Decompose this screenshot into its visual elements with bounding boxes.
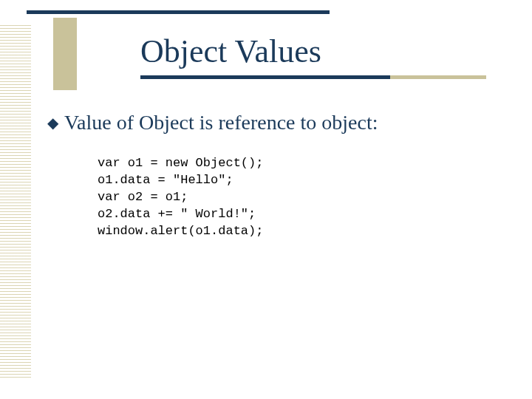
- code-line: var o2 = o1;: [98, 190, 188, 204]
- code-line: var o1 = new Object();: [98, 156, 263, 170]
- code-block: var o1 = new Object(); o1.data = "Hello"…: [98, 155, 263, 240]
- slide-title: Object Values: [140, 33, 321, 70]
- code-line: window.alert(o1.data);: [98, 224, 263, 238]
- vertical-accent-bar: [53, 18, 77, 90]
- slide: Object Values ◆ Value of Object is refer…: [0, 0, 532, 399]
- code-line: o1.data = "Hello";: [98, 173, 233, 187]
- code-line: o2.data += " World!";: [98, 207, 256, 221]
- top-horizontal-rule: [27, 10, 330, 14]
- left-stripe-decoration: [0, 25, 31, 380]
- title-underline: [140, 75, 390, 79]
- bullet-text: Value of Object is reference to object:: [64, 111, 378, 134]
- title-underline-extension: [390, 75, 486, 79]
- diamond-bullet-icon: ◆: [47, 115, 58, 130]
- bullet-item: ◆ Value of Object is reference to object…: [47, 111, 378, 134]
